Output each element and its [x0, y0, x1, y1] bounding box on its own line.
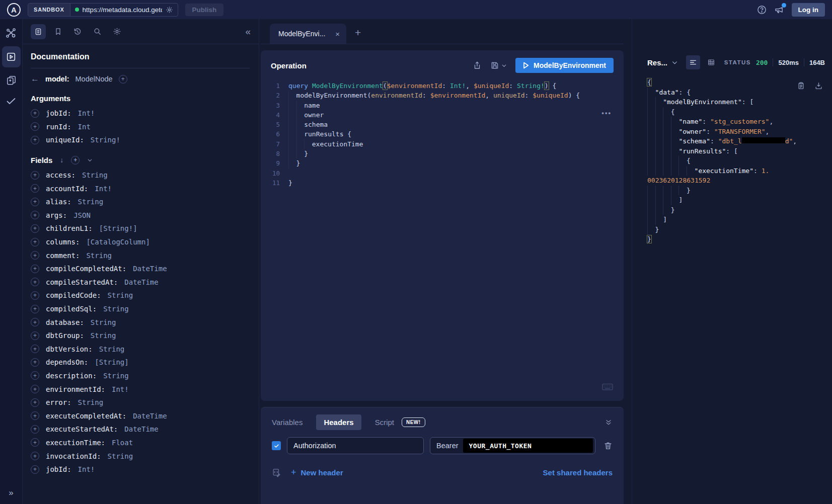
settings-gear-icon[interactable]: [109, 24, 124, 39]
share-operation-icon[interactable]: [473, 61, 482, 70]
field-row[interactable]: +compiledSql:String: [31, 302, 250, 316]
add-to-query-icon[interactable]: +: [31, 345, 39, 353]
close-tab-icon[interactable]: ×: [335, 30, 340, 38]
field-row[interactable]: +database:String: [31, 315, 250, 329]
add-to-query-icon[interactable]: +: [31, 171, 39, 180]
field-row[interactable]: +executionTime:Float: [31, 436, 250, 450]
new-tab-icon[interactable]: +: [355, 27, 361, 44]
login-button[interactable]: Log in: [792, 3, 825, 17]
add-to-query-icon[interactable]: +: [31, 238, 39, 246]
search-icon[interactable]: [90, 24, 105, 39]
field-type[interactable]: Int!: [112, 385, 129, 393]
add-to-query-icon[interactable]: +: [31, 305, 39, 313]
save-operation-group[interactable]: [490, 61, 507, 70]
field-row[interactable]: +args:JSON: [31, 209, 250, 222]
add-to-query-icon[interactable]: +: [31, 331, 39, 340]
add-to-query-icon[interactable]: +: [31, 318, 39, 326]
add-to-query-icon[interactable]: +: [31, 411, 39, 420]
field-type[interactable]: Float: [112, 439, 133, 447]
history-tab-icon[interactable]: [70, 24, 85, 39]
field-type[interactable]: String: [103, 305, 129, 313]
checks-icon[interactable]: [5, 95, 17, 107]
tab-headers[interactable]: Headers: [316, 414, 361, 430]
run-operation-button[interactable]: ModelByEnvironment: [515, 58, 614, 73]
add-type-icon[interactable]: +: [119, 75, 127, 83]
code-line[interactable]: 6runResults {: [267, 129, 624, 139]
field-row[interactable]: +compiledCode:String: [31, 289, 250, 302]
argument-row[interactable]: +uniqueId:String!: [31, 133, 250, 147]
add-to-query-icon[interactable]: +: [31, 291, 39, 300]
apollo-logo-icon[interactable]: A: [7, 3, 21, 17]
sort-fields-icon[interactable]: ↓: [60, 156, 63, 164]
environment-variables-icon[interactable]: [272, 468, 281, 477]
back-arrow-icon[interactable]: ←: [31, 74, 39, 84]
argument-row[interactable]: +jobId:Int!: [31, 107, 250, 120]
graphql-code-editor[interactable]: 1query ModelByEnvironment($environmentId…: [261, 78, 624, 401]
header-value-input[interactable]: Bearer YOUR_AUTH_TOKEN: [430, 437, 595, 454]
add-to-query-icon[interactable]: +: [31, 278, 39, 286]
field-type[interactable]: String: [99, 345, 125, 353]
field-type[interactable]: String!: [91, 136, 120, 144]
schema-graph-icon[interactable]: [5, 27, 17, 39]
field-type[interactable]: [CatalogColumn]: [86, 238, 149, 246]
field-type[interactable]: DateTime: [133, 265, 167, 273]
field-type[interactable]: Int: [78, 123, 91, 131]
field-row[interactable]: +environmentId:Int!: [31, 382, 250, 396]
endpoint-url-input[interactable]: https://metadata.cloud.getd: [70, 6, 178, 14]
field-type[interactable]: JSON: [73, 211, 91, 219]
field-row[interactable]: +dbtVersion:String: [31, 343, 250, 356]
field-row[interactable]: +dbtGroup:String: [31, 329, 250, 343]
field-row[interactable]: +dependsOn:[String]: [31, 356, 250, 369]
header-name-input[interactable]: Authorization: [287, 437, 424, 454]
endpoint-url-text[interactable]: https://metadata.cloud.getd: [83, 6, 162, 14]
field-row[interactable]: +comment:String: [31, 248, 250, 262]
field-type[interactable]: DateTime: [124, 425, 158, 433]
add-to-query-icon[interactable]: +: [31, 184, 39, 193]
code-line[interactable]: 1query ModelByEnvironment($environmentId…: [267, 81, 624, 91]
field-type[interactable]: String: [108, 291, 133, 299]
field-type[interactable]: String: [78, 398, 104, 406]
code-line[interactable]: 9}: [267, 158, 624, 168]
add-to-query-icon[interactable]: +: [31, 265, 39, 273]
operation-tab[interactable]: ModelByEnvi... ×: [270, 24, 346, 44]
header-enabled-checkbox[interactable]: [272, 441, 281, 450]
table-view-toggle-icon[interactable]: [704, 55, 718, 69]
tab-script[interactable]: Script: [375, 418, 394, 427]
new-header-button[interactable]: + New header: [291, 467, 343, 478]
field-type[interactable]: Int!: [78, 465, 95, 473]
save-dropdown-chevron-icon[interactable]: [501, 63, 507, 68]
field-type[interactable]: Int!: [78, 109, 95, 117]
add-to-query-icon[interactable]: +: [31, 371, 39, 380]
field-row[interactable]: +error:String: [31, 396, 250, 409]
field-type[interactable]: Int!: [95, 185, 112, 193]
announcements-megaphone-icon[interactable]: [774, 5, 785, 15]
code-line[interactable]: 7executionTime: [267, 139, 624, 149]
add-to-query-icon[interactable]: +: [31, 198, 39, 206]
field-row[interactable]: +accountId:Int!: [31, 182, 250, 195]
field-row[interactable]: +access:String: [31, 169, 250, 182]
save-icon[interactable]: [490, 61, 499, 70]
field-type[interactable]: String: [78, 198, 104, 206]
editor-more-menu-icon[interactable]: •••: [601, 109, 612, 117]
field-row[interactable]: +executeCompletedAt:DateTime: [31, 409, 250, 423]
response-json-viewer[interactable]: {"data": {"modelByEnvironment": [{"name"…: [647, 77, 825, 244]
endpoint-settings-gear-icon[interactable]: [166, 6, 173, 14]
expand-rail-icon[interactable]: »: [9, 488, 13, 498]
collapse-doc-panel-icon[interactable]: «: [245, 26, 251, 37]
field-type[interactable]: String: [91, 331, 116, 340]
field-type[interactable]: String: [103, 372, 129, 380]
add-to-query-icon[interactable]: +: [31, 358, 39, 367]
model-type-link[interactable]: ModelNode: [75, 75, 113, 83]
add-to-query-icon[interactable]: +: [31, 425, 39, 434]
argument-row[interactable]: +runId:Int: [31, 120, 250, 134]
code-line[interactable]: 10: [267, 169, 624, 178]
documentation-tab-icon[interactable]: [31, 24, 46, 39]
add-to-query-icon[interactable]: +: [31, 136, 39, 144]
field-type[interactable]: String: [86, 251, 112, 260]
code-line[interactable]: 11}: [267, 178, 624, 188]
field-row[interactable]: +jobId:Int!: [31, 463, 250, 476]
delete-header-trash-icon[interactable]: [603, 441, 613, 450]
add-to-query-icon[interactable]: +: [31, 452, 39, 460]
collapse-panel-chevrons-icon[interactable]: [604, 418, 613, 427]
add-to-query-icon[interactable]: +: [31, 109, 39, 118]
